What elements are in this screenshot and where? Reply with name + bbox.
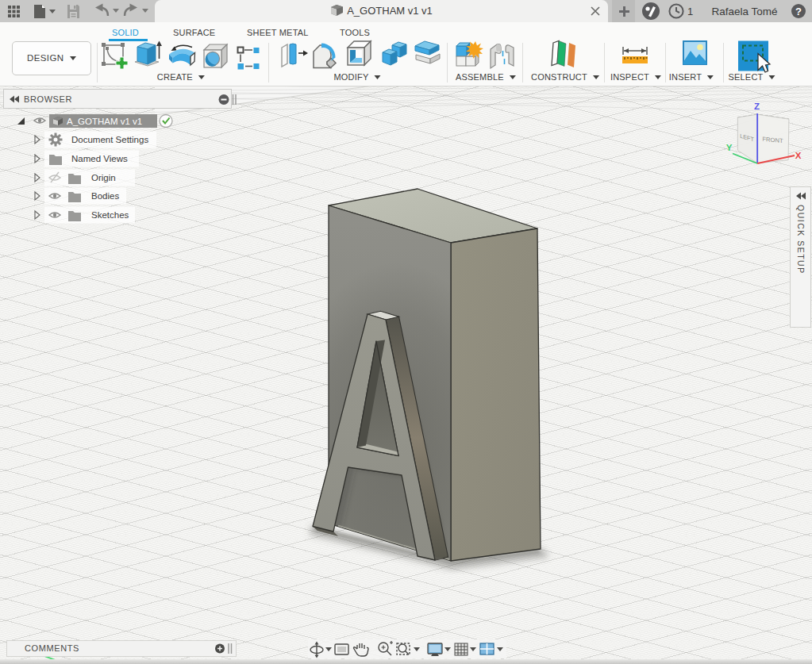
svg-text:Sketches: Sketches [91, 210, 129, 220]
svg-text:Y: Y [726, 143, 733, 152]
svg-text:Z: Z [754, 102, 760, 111]
svg-text:X: X [795, 151, 802, 160]
svg-text:?: ? [795, 6, 802, 17]
svg-text:Document Settings: Document Settings [71, 135, 148, 144]
svg-text:A_GOTHAM v1 v1: A_GOTHAM v1 v1 [67, 117, 142, 126]
svg-text:BROWSER: BROWSER [24, 94, 72, 104]
svg-text:Bodies: Bodies [91, 191, 119, 201]
svg-text:Origin: Origin [91, 173, 116, 182]
svg-text:Named Views: Named Views [71, 154, 128, 163]
svg-text:Rafaela Tomé: Rafaela Tomé [711, 6, 777, 17]
svg-text:1: 1 [687, 6, 693, 17]
